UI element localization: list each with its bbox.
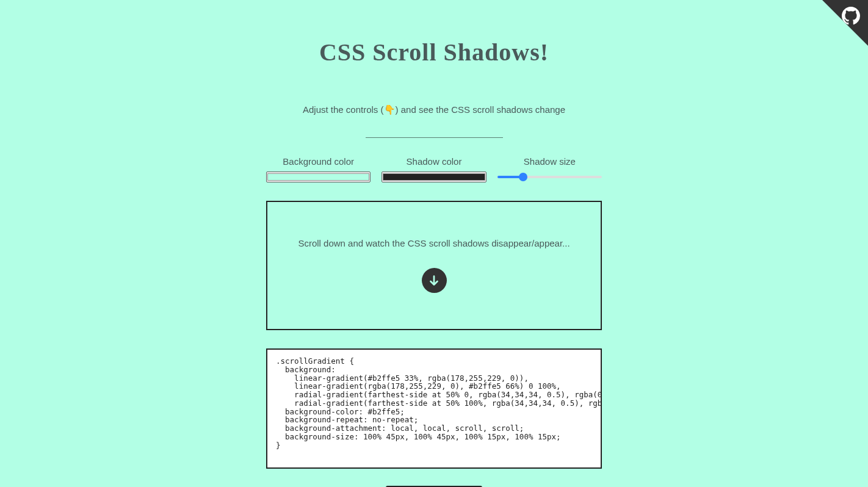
shadow-color-swatch (383, 173, 485, 181)
page-title: CSS Scroll Shadows! (266, 38, 602, 67)
shadow-color-label: Shadow color (382, 156, 486, 167)
controls-row: Background color Shadow color Shadow siz… (266, 156, 602, 182)
shadow-size-control: Shadow size (497, 156, 602, 182)
bg-color-control: Background color (266, 156, 371, 182)
github-ribbon[interactable] (822, 0, 868, 46)
preview-box[interactable]: Scroll down and watch the CSS scroll sha… (266, 201, 602, 330)
shadow-color-control: Shadow color (382, 156, 486, 182)
preview-text: Scroll down and watch the CSS scroll sha… (267, 238, 601, 248)
shadow-size-label: Shadow size (497, 156, 602, 167)
bg-color-swatch (267, 173, 369, 181)
shadow-color-input[interactable] (382, 171, 486, 182)
code-content: .scrollGradient { background: linear-gra… (276, 357, 592, 449)
bg-color-input[interactable] (266, 171, 371, 182)
bg-color-label: Background color (266, 156, 371, 167)
github-icon (842, 7, 860, 25)
scroll-down-icon (422, 268, 447, 293)
shadow-size-slider[interactable] (497, 171, 602, 182)
divider (366, 137, 503, 138)
subtitle: Adjust the controls (👇) and see the CSS … (266, 104, 602, 115)
code-output[interactable]: .scrollGradient { background: linear-gra… (266, 348, 602, 469)
